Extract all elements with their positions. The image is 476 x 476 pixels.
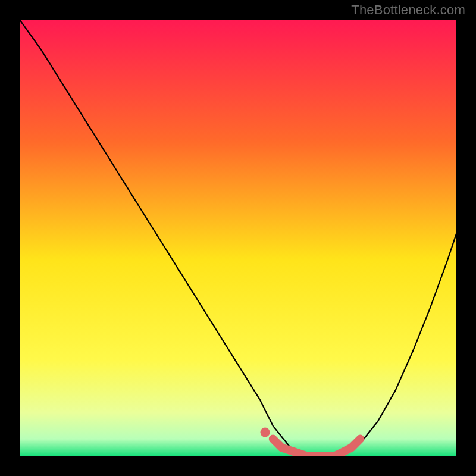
plot-svg [20, 20, 456, 456]
watermark-text: TheBottleneck.com [351, 2, 465, 18]
optimal-start-dot [261, 428, 270, 437]
plot-area [20, 20, 456, 456]
gradient-background [20, 20, 456, 456]
chart-frame: TheBottleneck.com [0, 0, 476, 476]
